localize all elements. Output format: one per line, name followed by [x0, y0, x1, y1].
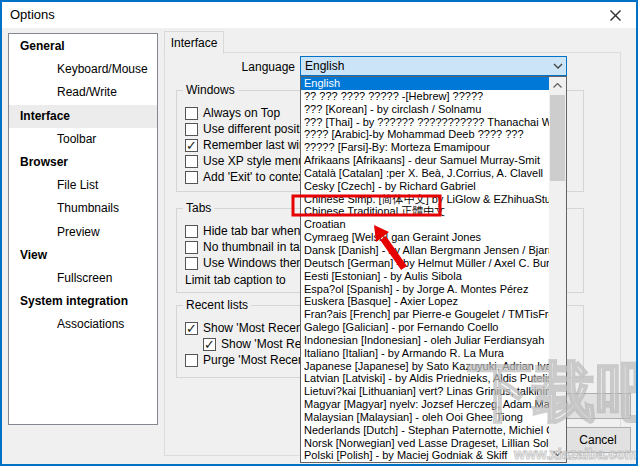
checkbox[interactable]	[185, 139, 198, 152]
language-option[interactable]: English	[301, 77, 549, 90]
language-option[interactable]: ?? ??? ???? ????? -[Hebrew] ?????	[301, 90, 549, 103]
language-option[interactable]: Japanese [Japanese] by Sato Kazuyuki, Ad…	[301, 360, 549, 373]
window-title: Options	[10, 7, 55, 22]
sidebar-item[interactable]: Read/Write	[9, 81, 157, 104]
close-icon	[610, 10, 621, 21]
checkbox-label: Use XP style menus	[203, 154, 311, 168]
tabs-group-title: Tabs	[183, 201, 214, 215]
language-combobox-value: English	[301, 59, 550, 73]
language-option[interactable]: Lietuvi?kai [Lithuanian] vert? Linas Gri…	[301, 385, 549, 398]
language-option[interactable]: ??? [Thai] - by ?????? ??????????? Thana…	[301, 116, 549, 129]
sidebar-item[interactable]: Associations	[9, 313, 157, 336]
language-option[interactable]: Malaysian [Malaysian] - oleh Ooi Ghee Ti…	[301, 411, 549, 424]
language-combobox[interactable]: English	[300, 56, 567, 76]
language-option[interactable]: ???? [Arabic]-by Mohammad Deeb ???? ???	[301, 128, 549, 141]
checkbox-label: Always on Top	[203, 106, 280, 120]
checkbox-label: No thumbnail in tab	[203, 240, 306, 254]
language-option[interactable]: Galego [Galician] - por Fernando Coello	[301, 321, 549, 334]
sidebar-item[interactable]: Browser	[9, 151, 157, 174]
title-bar: Options	[2, 2, 636, 28]
checkbox[interactable]	[185, 171, 198, 184]
checkbox-label: Show 'Most Recently	[203, 321, 315, 335]
checkbox-label: Use Windows theme	[203, 256, 313, 270]
language-option[interactable]: Indonesian [Indonesian] - oleh Juliar Fe…	[301, 334, 549, 347]
checkbox[interactable]	[185, 155, 198, 168]
checkbox[interactable]	[185, 107, 198, 120]
sidebar-item[interactable]: Toolbar	[9, 128, 157, 151]
close-button[interactable]	[594, 2, 636, 28]
checkbox[interactable]	[185, 257, 198, 270]
sidebar-item[interactable]: General	[9, 35, 157, 58]
scroll-up-icon[interactable]	[549, 77, 566, 94]
language-option[interactable]: ??? [Korean] - by circlash / Solnamu	[301, 103, 549, 116]
tab-interface[interactable]: Interface	[164, 31, 224, 54]
chevron-down-icon	[550, 63, 566, 69]
checkbox-label: Use different position	[203, 122, 316, 136]
language-option[interactable]: ????? [Farsi]-By: Morteza Emamipour	[301, 141, 549, 154]
ok-button[interactable]	[565, 393, 631, 419]
settings-category-list: GeneralKeyboard/MouseRead/WriteInterface…	[8, 33, 158, 425]
checkbox[interactable]	[203, 338, 216, 351]
language-option[interactable]: Fran?ais [French] par Pierre-e Gougelet …	[301, 308, 549, 321]
sidebar-item[interactable]: Fullscreen	[9, 267, 157, 290]
language-label: Language	[202, 60, 295, 76]
language-option[interactable]: Magyar [Magyar] nyelv: Jozsef Herczeg, A…	[301, 398, 549, 411]
language-option[interactable]: Cymraeg [Welsh] gan Geraint Jones	[301, 231, 549, 244]
sidebar-item[interactable]: Interface	[9, 105, 157, 128]
language-option[interactable]: Italiano [Italian] - by Armando R. La Mu…	[301, 347, 549, 360]
checkbox[interactable]	[185, 225, 198, 238]
recent-lists-group-title: Recent lists	[183, 298, 251, 312]
language-dropdown-list: English?? ??? ???? ????? -[Hebrew] ?????…	[300, 76, 567, 463]
sidebar-item[interactable]: System integration	[9, 290, 157, 313]
checkbox[interactable]	[185, 123, 198, 136]
cancel-button[interactable]: Cancel	[565, 427, 631, 453]
language-option[interactable]: Nederlands [Dutch] - Stephan Paternotte,…	[301, 424, 549, 437]
windows-group-title: Windows	[183, 83, 238, 97]
dropdown-scrollbar[interactable]	[549, 77, 566, 462]
language-option[interactable]: Polski [Polish] - by Maciej Godniak & Sk…	[301, 449, 549, 462]
language-option[interactable]: Afrikaans [Afrikaans] - deur Samuel Murr…	[301, 154, 549, 167]
language-option[interactable]: Norsk [Norwegian] ved Lasse Drageset, Li…	[301, 437, 549, 450]
sidebar-item[interactable]: Preview	[9, 221, 157, 244]
sidebar-item[interactable]: File List	[9, 174, 157, 197]
checkbox[interactable]	[185, 354, 198, 367]
checkbox-label: Add 'Exit' to context r	[203, 170, 315, 184]
scroll-down-icon[interactable]	[549, 445, 566, 462]
language-option[interactable]: Croatian	[301, 218, 549, 231]
language-option[interactable]: Chinese Simp. [简体中文] by LiGlow & EZhihua…	[301, 193, 549, 206]
language-option[interactable]: Cesky [Czech] - by Richard Gabriel	[301, 180, 549, 193]
language-option[interactable]: Deutsch [German] - by Helmut Müller / Ax…	[301, 257, 549, 270]
language-option[interactable]: Català [Catalan] :per X. Beà, J.Corrius,…	[301, 167, 549, 180]
options-dialog: Options GeneralKeyboard/MouseRead/WriteI…	[0, 0, 638, 466]
sidebar-item[interactable]: Keyboard/Mouse	[9, 58, 157, 81]
language-option[interactable]: Espa?ol [Spanish] - by Jorge A. Montes P…	[301, 283, 549, 296]
checkbox[interactable]	[185, 241, 198, 254]
sidebar-item[interactable]: View	[9, 244, 157, 267]
language-option[interactable]: Eesti [Estonian] - by Aulis Sibola	[301, 270, 549, 283]
language-option[interactable]: Euskera [Basque] - Axier Lopez	[301, 295, 549, 308]
scrollbar-thumb[interactable]	[550, 95, 565, 181]
sidebar-item[interactable]: Thumbnails	[9, 197, 157, 220]
language-option[interactable]: Dansk [Danish] - by Allan Bergmann Jense…	[301, 244, 549, 257]
language-option[interactable]: Chinese Traditional 正體中文	[301, 205, 549, 218]
checkbox[interactable]	[185, 322, 198, 335]
language-option[interactable]: Latvian [Latviski] - by Aldis Priednieks…	[301, 372, 549, 385]
